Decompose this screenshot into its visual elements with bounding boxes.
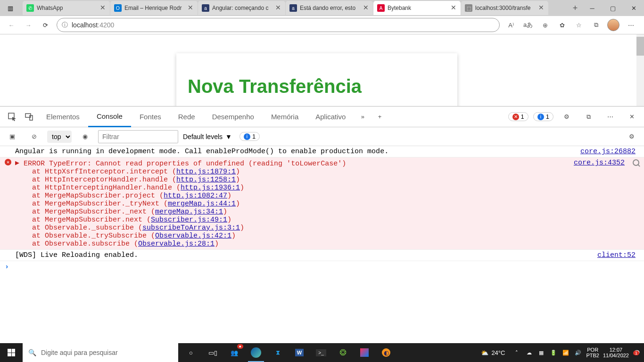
browser-tab[interactable]: ABytebank✕ xyxy=(373,1,461,15)
clear-console-icon[interactable]: ⊘ xyxy=(25,128,42,145)
tab-strip: ▥ ✆WhatsApp✕OEmail – Henrique Rodr✕aAngu… xyxy=(0,0,644,16)
source-link[interactable]: core.js:4352 xyxy=(574,159,628,167)
teams-icon[interactable]: 👥● xyxy=(223,343,245,362)
forward-button[interactable]: → xyxy=(21,17,36,33)
close-window-button[interactable]: ✕ xyxy=(623,1,644,15)
devtools-tab-console[interactable]: Console xyxy=(88,107,131,127)
devtools-tab-desempenho[interactable]: Desempenho xyxy=(204,107,263,127)
browser-tab[interactable]: aAngular: começando c✕ xyxy=(198,1,285,15)
profile-avatar[interactable] xyxy=(607,19,619,31)
close-tab-icon[interactable]: ✕ xyxy=(99,5,106,11)
weather-widget[interactable]: ⛅24°C xyxy=(477,349,509,356)
wifi-icon[interactable]: 📶 xyxy=(561,350,570,356)
language-indicator[interactable]: PORPTB2 xyxy=(586,347,599,358)
more-tabs-icon[interactable]: » xyxy=(354,108,371,125)
stack-link[interactable]: http.js:1082:47 xyxy=(164,192,227,200)
new-tab-button[interactable]: + xyxy=(569,3,582,13)
console-prompt[interactable]: › xyxy=(0,261,644,273)
browser-tab[interactable]: aEstá dando error, esto✕ xyxy=(286,1,373,15)
close-tab-icon[interactable]: ✕ xyxy=(538,5,545,11)
more-icon[interactable]: ⋯ xyxy=(602,108,619,125)
clock[interactable]: 12:0711/04/2022 xyxy=(603,347,629,358)
live-expression-icon[interactable]: ◉ xyxy=(76,128,93,145)
close-tab-icon[interactable]: ✕ xyxy=(450,5,457,11)
error-badge[interactable]: ✕1 xyxy=(508,112,528,121)
stack-link[interactable]: http.js:1258:1 xyxy=(176,176,236,184)
refresh-button[interactable]: ⟳ xyxy=(38,17,53,33)
tray-app-icon[interactable]: ▦ xyxy=(537,350,545,356)
source-link[interactable]: core.js:26882 xyxy=(580,148,639,156)
menu-icon[interactable]: ⋯ xyxy=(625,19,636,31)
stack-link[interactable]: subscribeToArray.js:3:1 xyxy=(142,224,240,232)
devtools-tab-aplicativo[interactable]: Aplicativo xyxy=(307,107,354,127)
cortana-icon[interactable]: ○ xyxy=(180,343,202,362)
source-link[interactable]: client:52 xyxy=(597,251,639,259)
stack-link[interactable]: mergeMap.js:34:1 xyxy=(155,208,223,216)
close-devtools-icon[interactable]: ✕ xyxy=(623,108,640,125)
battery-icon[interactable]: 🔋 xyxy=(549,350,558,356)
close-tab-icon[interactable]: ✕ xyxy=(363,5,369,11)
transfer-card: Nova Transferência xyxy=(176,53,457,106)
eclipse-icon[interactable]: ◐ xyxy=(375,343,397,362)
dock-icon[interactable]: ⧉ xyxy=(580,108,597,125)
edge-icon[interactable] xyxy=(245,343,267,362)
back-button[interactable]: ← xyxy=(4,17,19,33)
collections-icon[interactable]: ⧉ xyxy=(590,19,602,31)
close-tab-icon[interactable]: ✕ xyxy=(187,5,194,11)
task-view-icon[interactable]: ▭▯ xyxy=(202,343,223,362)
onedrive-icon[interactable]: ☁ xyxy=(525,350,533,356)
levels-dropdown[interactable]: Default levels ▼ xyxy=(183,133,235,140)
notifications-icon[interactable]: 💬1 xyxy=(633,350,641,356)
tab-title: localhost:3000/transfe xyxy=(475,5,535,11)
settings-gear-icon[interactable]: ⚙ xyxy=(558,108,575,125)
devtools-tab-memória[interactable]: Memória xyxy=(263,107,307,127)
word-icon[interactable]: W xyxy=(289,343,310,362)
context-select[interactable]: top xyxy=(47,131,72,143)
terminal-icon[interactable]: >_ xyxy=(310,343,332,362)
search-icon[interactable] xyxy=(633,159,639,166)
devtools-tab-elementos[interactable]: Elementos xyxy=(38,107,88,127)
chevron-up-icon[interactable]: ˄ xyxy=(512,350,521,356)
scrollbar-thumb[interactable] xyxy=(636,37,644,56)
issues-badge[interactable]: i1 xyxy=(239,132,260,141)
browser-tab[interactable]: ⬚localhost:3000/transfe✕ xyxy=(461,1,548,15)
browser-tab[interactable]: ✆WhatsApp✕ xyxy=(23,1,110,15)
favorites-icon[interactable]: ☆ xyxy=(573,19,585,31)
browser-tab[interactable]: OEmail – Henrique Rodr✕ xyxy=(110,1,198,15)
devtools-tab-fontes[interactable]: Fontes xyxy=(131,107,170,127)
stack-link[interactable]: Observable.js:42:1 xyxy=(155,232,231,240)
shopping-icon[interactable]: ✿ xyxy=(556,19,568,31)
add-panel-icon[interactable]: + xyxy=(371,108,388,125)
console-output[interactable]: Angular is running in development mode. … xyxy=(0,146,644,346)
stack-link[interactable]: mergeMap.js:44:1 xyxy=(168,200,236,208)
toggle-sidebar-icon[interactable]: ▣ xyxy=(4,128,21,145)
stack-link[interactable]: Subscriber.js:49:1 xyxy=(151,216,227,224)
taskbar-search[interactable]: 🔍 Digite aqui para pesquisar xyxy=(23,343,178,362)
volume-icon[interactable]: 🔊 xyxy=(574,350,582,356)
spring-icon[interactable]: ❂ xyxy=(332,343,354,362)
site-info-icon[interactable]: ⓘ xyxy=(62,21,68,29)
close-tab-icon[interactable]: ✕ xyxy=(275,5,281,11)
error-message: ▶ ERROR TypeError: Cannot read propertie… xyxy=(15,159,574,248)
minimize-button[interactable]: ─ xyxy=(582,1,603,15)
filter-input[interactable] xyxy=(98,130,178,143)
inspect-icon[interactable] xyxy=(4,108,21,125)
device-mode-icon[interactable] xyxy=(21,108,38,125)
translate-icon[interactable]: aあ xyxy=(522,19,534,31)
url-input[interactable]: ⓘ localhost:4200 xyxy=(57,18,500,32)
intellij-icon[interactable] xyxy=(354,343,375,362)
stack-link[interactable]: Observable.js:28:1 xyxy=(138,240,215,248)
info-badge[interactable]: i1 xyxy=(533,112,553,121)
zoom-icon[interactable]: ⊕ xyxy=(539,19,551,31)
devtools-tab-rede[interactable]: Rede xyxy=(170,107,204,127)
console-settings-icon[interactable]: ⚙ xyxy=(623,128,640,145)
tab-title: Bytebank xyxy=(388,5,447,11)
start-button[interactable] xyxy=(0,343,23,362)
sidebar-toggle-icon[interactable]: ▥ xyxy=(4,1,17,15)
read-aloud-icon[interactable]: A⁾ xyxy=(505,19,517,31)
stack-link[interactable]: http.js:1936:1 xyxy=(181,184,240,192)
vscode-icon[interactable]: ⧗ xyxy=(267,343,289,362)
maximize-button[interactable]: ▢ xyxy=(603,1,623,15)
tab-title: Email – Henrique Rodr xyxy=(124,5,184,11)
stack-link[interactable]: http.js:1879:1 xyxy=(176,168,236,176)
